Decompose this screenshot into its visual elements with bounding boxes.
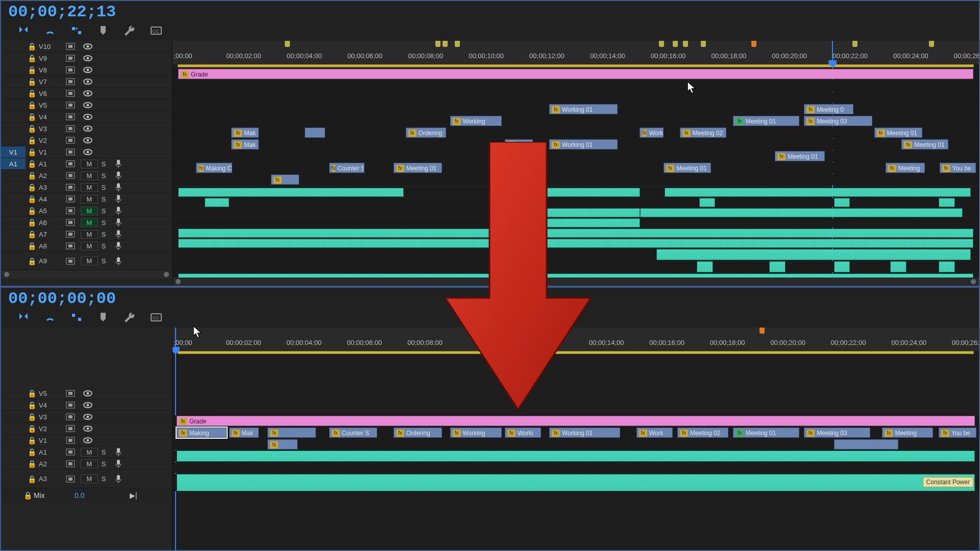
voiceover-icon[interactable] — [111, 206, 126, 215]
video-clip[interactable]: fxMeeting 01 — [874, 128, 923, 138]
track-header-V3[interactable]: 🔒 V3 — [1, 123, 172, 135]
track-header-A8[interactable]: 🔒 A8 M S — [1, 240, 172, 252]
source-patch[interactable] — [1, 99, 26, 111]
source-patch[interactable] — [1, 135, 26, 146]
audio-clip[interactable] — [640, 208, 963, 217]
lock-icon[interactable]: 🔒 — [26, 413, 38, 421]
mute-toggle[interactable]: M — [81, 171, 96, 180]
track-header-A5[interactable]: 🔒 A5 M S — [1, 205, 172, 217]
voiceover-icon[interactable] — [111, 459, 126, 468]
source-patch[interactable] — [1, 88, 26, 99]
audio-clip[interactable] — [177, 450, 975, 462]
lock-icon[interactable]: 🔒 — [26, 148, 38, 156]
mute-toggle[interactable]: M — [81, 195, 96, 204]
video-clip[interactable]: fxWorking 01 — [549, 139, 618, 149]
audio-clip[interactable] — [178, 188, 404, 197]
marker-icon[interactable] — [96, 311, 110, 323]
track-header-A2[interactable]: 🔒 A2 M S — [1, 458, 172, 470]
track-header-V5[interactable]: 🔒 V5 — [1, 388, 172, 399]
lock-icon[interactable]: 🔒 — [26, 448, 38, 456]
mute-toggle[interactable]: M — [81, 474, 96, 483]
sequence-marker[interactable] — [285, 41, 290, 47]
video-clip[interactable] — [305, 128, 325, 138]
audio-clip[interactable] — [939, 261, 955, 272]
mute-toggle[interactable]: M — [81, 207, 96, 215]
source-patch[interactable] — [1, 205, 26, 216]
mute-toggle[interactable]: M — [81, 230, 96, 239]
audio-clip[interactable] — [177, 474, 975, 491]
lock-icon[interactable]: 🔒 — [26, 257, 38, 265]
sync-lock-icon[interactable] — [60, 207, 81, 214]
cc-icon[interactable]: CC — [149, 24, 163, 37]
sync-lock-icon[interactable] — [60, 113, 81, 120]
voiceover-icon[interactable] — [111, 474, 126, 484]
track-header-V6[interactable]: 🔒 V6 — [1, 88, 172, 99]
video-clip[interactable]: fx01 — [514, 163, 548, 173]
audio-clip[interactable] — [178, 239, 973, 248]
linked-selection-icon[interactable] — [43, 24, 57, 37]
sequence-marker[interactable] — [443, 41, 448, 47]
source-patch[interactable] — [1, 53, 26, 64]
sync-lock-icon[interactable] — [60, 448, 81, 456]
track-header-A1[interactable]: 🔒 A1 M S — [1, 446, 172, 458]
timeline-area-top[interactable]: ;00;0000;00;02;0000;00;04;0000;00;06;000… — [173, 41, 979, 286]
video-clip[interactable]: fx — [271, 174, 299, 185]
source-patch[interactable] — [1, 123, 26, 134]
time-ruler-bottom[interactable]: ;00;0000;00;02;0000;00;04;0000;00;06;000… — [173, 328, 979, 352]
sync-lock-icon[interactable] — [60, 437, 81, 444]
lock-icon[interactable]: 🔒 — [26, 171, 38, 180]
lock-icon[interactable]: 🔒 — [26, 389, 38, 397]
audio-clip[interactable] — [699, 198, 716, 207]
lock-icon[interactable]: 🔒 — [26, 207, 38, 215]
mute-toggle[interactable]: M — [81, 242, 96, 251]
video-clip[interactable]: fxMeeting 02 — [680, 128, 727, 138]
timeline-area-bottom[interactable]: ;00;0000;00;02;0000;00;04;0000;00;06;000… — [173, 328, 979, 550]
video-clip[interactable]: fxWorking 01 — [549, 428, 620, 438]
audio-clip[interactable] — [511, 188, 641, 197]
source-patch[interactable] — [1, 240, 26, 252]
video-clip[interactable]: fxCounter S — [329, 428, 378, 438]
video-clip[interactable]: fxWork — [640, 128, 664, 138]
lock-icon[interactable]: 🔒 — [26, 230, 38, 238]
track-header-A4[interactable]: 🔒 A4 M S — [1, 193, 172, 205]
lock-icon[interactable]: 🔒 — [26, 436, 38, 444]
track-header-V3[interactable]: 🔒 V3 — [1, 411, 172, 423]
lock-icon[interactable]: 🔒 — [26, 136, 38, 144]
lock-icon[interactable]: 🔒 — [26, 218, 38, 227]
lock-icon[interactable]: 🔒 — [26, 113, 38, 121]
video-clip[interactable]: fxOrdering — [394, 428, 442, 438]
sync-lock-icon[interactable] — [60, 475, 81, 483]
sequence-marker[interactable] — [673, 41, 678, 47]
video-clip[interactable]: fx — [267, 428, 316, 438]
audio-clip[interactable] — [665, 188, 971, 197]
work-area-bar[interactable] — [178, 351, 974, 354]
source-patch[interactable]: A1 — [1, 158, 26, 169]
track-header-A9[interactable]: 🔒 A9 M S — [1, 252, 172, 270]
eye-icon[interactable] — [81, 425, 95, 432]
lock-icon[interactable]: 🔒 — [26, 54, 38, 62]
wrench-icon[interactable] — [122, 24, 137, 37]
sync-lock-icon[interactable] — [60, 55, 81, 62]
voiceover-icon[interactable] — [111, 183, 126, 192]
mute-toggle[interactable]: M — [81, 218, 96, 227]
marker-icon[interactable] — [96, 24, 110, 37]
eye-icon[interactable] — [81, 102, 95, 109]
audio-clip[interactable] — [511, 218, 641, 228]
sync-lock-icon[interactable] — [60, 43, 81, 50]
voiceover-icon[interactable] — [111, 230, 126, 239]
track-header-V4[interactable]: 🔒 V4 — [1, 399, 172, 411]
audio-clip[interactable] — [178, 229, 973, 238]
sync-lock-icon[interactable] — [60, 195, 81, 203]
video-clip[interactable]: fxMeeting 0 — [804, 104, 853, 114]
sync-lock-icon[interactable] — [60, 460, 81, 467]
track-header-V5[interactable]: 🔒 V5 — [1, 99, 172, 111]
video-clip[interactable]: fxCounter S — [329, 163, 365, 173]
video-clip[interactable]: fxMeeting 01 — [664, 163, 711, 173]
video-clip[interactable]: fxMeeting — [882, 428, 933, 438]
snap-icon[interactable] — [16, 24, 31, 37]
work-area-bar[interactable] — [178, 64, 974, 67]
lock-icon[interactable]: 🔒 — [26, 475, 38, 483]
voiceover-icon[interactable] — [111, 447, 126, 457]
sequence-marker[interactable] — [683, 41, 688, 47]
video-clip[interactable]: fxMaking C — [196, 163, 232, 173]
